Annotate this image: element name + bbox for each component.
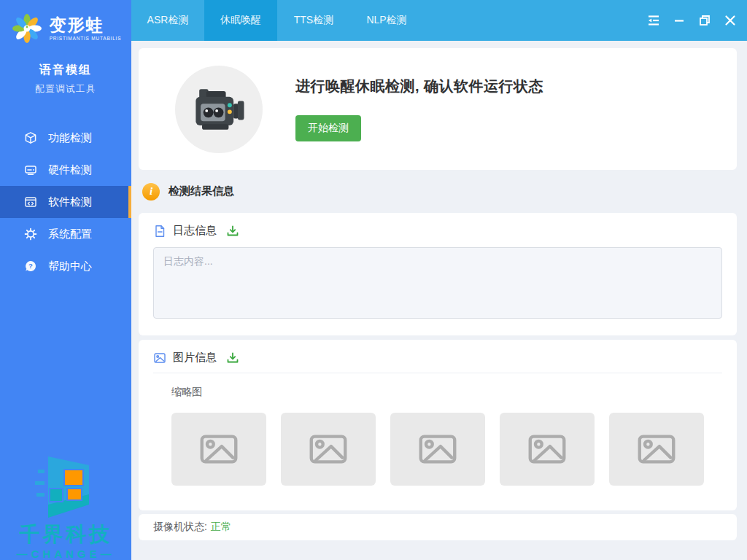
sidebar-item-help-center[interactable]: ? 帮助中心 [0, 250, 131, 282]
image-card-header: 图片信息 [153, 351, 722, 365]
tab-asr-check[interactable]: ASR检测 [131, 0, 204, 41]
maximize-button[interactable] [697, 13, 712, 28]
thumbnail-placeholder[interactable] [609, 413, 704, 486]
section-title: 检测结果信息 [169, 184, 234, 198]
frog-flower-logo-icon [10, 12, 44, 45]
app-window: 变形蛙 PRISTIMANTIS MUTABILIS 语音模组 配置调试工具 功… [0, 0, 747, 560]
collapse-menu-button[interactable] [646, 13, 661, 28]
watermark-subtitle: —CHANGE— [0, 548, 131, 560]
tab-sleep-wake[interactable]: 休眠唤醒 [204, 0, 277, 41]
brand-name: 变形蛙 [50, 17, 122, 34]
top-tab-bar: ASR检测 休眠唤醒 TTS检测 NLP检测 [131, 0, 747, 41]
result-section-header: i 检测结果信息 [139, 170, 737, 213]
log-card-title: 日志信息 [173, 224, 217, 238]
sidebar-menu: 功能检测 硬件检测 [0, 122, 131, 282]
module-subtitle: 配置调试工具 [0, 83, 131, 96]
minimize-button[interactable] [672, 13, 686, 28]
module-title: 语音模组 配置调试工具 [0, 63, 131, 96]
thumbnail-placeholder[interactable] [390, 413, 485, 486]
collapse-menu-icon [646, 13, 661, 28]
image-placeholder-icon [415, 427, 460, 472]
thumbnail-label: 缩略图 [171, 386, 722, 399]
log-content-textarea[interactable] [153, 247, 722, 319]
hardware-icon [24, 163, 37, 176]
sidebar-item-system-config[interactable]: 系统配置 [0, 218, 131, 250]
sidebar-item-label: 系统配置 [48, 228, 92, 241]
detection-hero-card: 进行唤醒休眠检测, 确认软件运行状态 开始检测 [139, 48, 737, 170]
document-icon [153, 225, 166, 238]
avatar [175, 66, 263, 153]
sidebar-item-label: 帮助中心 [48, 260, 92, 273]
sidebar-item-software-check[interactable]: 软件检测 [0, 186, 131, 218]
start-detection-button[interactable]: 开始检测 [295, 115, 361, 141]
sidebar-item-label: 功能检测 [48, 131, 92, 145]
main-area: ASR检测 休眠唤醒 TTS检测 NLP检测 [131, 0, 747, 560]
sidebar: 变形蛙 PRISTIMANTIS MUTABILIS 语音模组 配置调试工具 功… [0, 0, 131, 560]
code-window-icon [24, 195, 37, 209]
image-placeholder-icon [525, 427, 570, 472]
help-bubble-icon: ? [24, 260, 37, 273]
divider [153, 373, 722, 373]
image-placeholder-icon [306, 427, 351, 472]
watermark-name: 千界科技 [0, 524, 131, 546]
tab-label: TTS检测 [294, 14, 333, 27]
company-watermark: 千界科技 —CHANGE— [0, 454, 131, 560]
download-images-icon[interactable] [226, 351, 239, 365]
thumbnail-placeholder[interactable] [171, 413, 266, 486]
maximize-restore-icon [698, 14, 711, 27]
thumbnail-row [171, 413, 722, 486]
brand: 变形蛙 PRISTIMANTIS MUTABILIS [0, 0, 131, 45]
image-card-title: 图片信息 [173, 351, 217, 365]
picture-icon [153, 351, 166, 365]
sidebar-item-label: 软件检测 [48, 195, 92, 209]
brand-subtitle: PRISTIMANTIS MUTABILIS [50, 36, 122, 41]
flag-logo-icon [26, 454, 105, 524]
module-name: 语音模组 [0, 63, 131, 78]
thumbnail-placeholder[interactable] [281, 413, 376, 486]
tab-label: ASR检测 [147, 14, 189, 27]
window-controls [646, 0, 747, 41]
image-placeholder-icon [196, 427, 241, 472]
hero-title: 进行唤醒休眠检测, 确认软件运行状态 [295, 77, 543, 96]
tab-label: 休眠唤醒 [220, 14, 261, 27]
log-info-card: 日志信息 [139, 213, 737, 335]
minimize-icon [673, 14, 686, 27]
svg-text:?: ? [28, 262, 33, 270]
gear-icon [24, 228, 37, 241]
movie-camera-icon [185, 76, 252, 143]
thumbnail-placeholder[interactable] [500, 413, 595, 486]
hero-body: 进行唤醒休眠检测, 确认软件运行状态 开始检测 [295, 77, 543, 141]
close-button[interactable] [723, 13, 738, 28]
tab-tts-check[interactable]: TTS检测 [277, 0, 350, 41]
tab-nlp-check[interactable]: NLP检测 [350, 0, 423, 41]
image-info-card: 图片信息 缩略图 [139, 340, 737, 510]
download-log-icon[interactable] [226, 225, 239, 238]
tab-label: NLP检测 [366, 14, 406, 27]
sidebar-item-function-check[interactable]: 功能检测 [0, 122, 131, 154]
camera-status-label: 摄像机状态: [153, 521, 207, 534]
sidebar-item-hardware-check[interactable]: 硬件检测 [0, 154, 131, 186]
log-card-header: 日志信息 [153, 224, 722, 238]
content: 进行唤醒休眠检测, 确认软件运行状态 开始检测 i 检测结果信息 [131, 41, 747, 560]
cube-icon [24, 131, 37, 144]
info-icon: i [142, 183, 160, 201]
image-placeholder-icon [634, 427, 679, 472]
camera-status-card: 摄像机状态: 正常 [139, 514, 737, 540]
close-icon [724, 14, 737, 27]
tabs: ASR检测 休眠唤醒 TTS检测 NLP检测 [131, 0, 423, 41]
camera-status-value: 正常 [211, 521, 231, 534]
sidebar-item-label: 硬件检测 [48, 163, 92, 177]
